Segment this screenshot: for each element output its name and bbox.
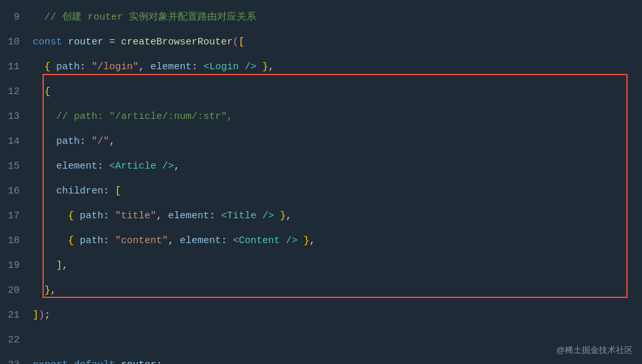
line-number: 15 xyxy=(7,154,33,179)
line-number: 20 xyxy=(7,278,33,303)
line-content: { path: "/login", element: <Login /> }, xyxy=(33,55,274,80)
code-line: 17 { path: "title", element: <Title /> }… xyxy=(0,204,642,229)
line-content: }, xyxy=(33,278,56,303)
code-line: 18 { path: "content", element: <Content … xyxy=(0,229,642,254)
code-line: 9 // 创建 router 实例对象并配置路由对应关系 xyxy=(0,5,642,30)
line-number: 12 xyxy=(7,80,33,105)
code-line: 14 path: "/", xyxy=(0,129,642,154)
line-content: // path: "/article/:num/:str", xyxy=(33,105,233,129)
code-line: 11 { path: "/login", element: <Login /> … xyxy=(0,55,642,80)
line-number: 21 xyxy=(7,303,33,328)
line-content: path: "/", xyxy=(33,129,115,154)
line-content: ], xyxy=(33,254,68,278)
code-line: 20 }, xyxy=(0,278,642,303)
code-line: 13 // path: "/article/:num/:str", xyxy=(0,105,642,129)
line-number: 11 xyxy=(7,55,33,80)
line-number: 23 xyxy=(7,353,33,364)
code-line: 12 { xyxy=(0,80,642,105)
code-line: 19 ], xyxy=(0,254,642,278)
line-number: 19 xyxy=(7,254,33,278)
line-number: 10 xyxy=(7,30,33,55)
line-content: // 创建 router 实例对象并配置路由对应关系 xyxy=(33,5,256,30)
line-number: 9 xyxy=(7,5,33,30)
line-content: export default router; xyxy=(33,353,162,364)
line-number: 18 xyxy=(7,229,33,254)
line-number: 14 xyxy=(7,129,33,154)
code-line: 22 xyxy=(0,328,642,353)
code-line: 23export default router; xyxy=(0,353,642,364)
line-number: 17 xyxy=(7,204,33,229)
line-number: 22 xyxy=(7,328,33,353)
line-content: const router = createBrowserRouter([ xyxy=(33,30,245,55)
line-content: { path: "content", element: <Content /> … xyxy=(33,229,315,254)
line-content: { path: "title", element: <Title /> }, xyxy=(33,204,292,229)
line-content: ]); xyxy=(33,303,50,328)
code-line: 10const router = createBrowserRouter([ xyxy=(0,30,642,55)
line-number: 13 xyxy=(7,105,33,129)
watermark: @稀土掘金技术社区 xyxy=(556,344,633,356)
code-editor: 9 // 创建 router 实例对象并配置路由对应关系10const rout… xyxy=(0,0,642,364)
code-line: 21]); xyxy=(0,303,642,328)
line-number: 16 xyxy=(7,179,33,204)
line-content: element: <Article />, xyxy=(33,154,180,179)
line-content: { xyxy=(33,80,50,105)
code-line: 15 element: <Article />, xyxy=(0,154,642,179)
line-content: children: [ xyxy=(33,179,121,204)
code-line: 16 children: [ xyxy=(0,179,642,204)
